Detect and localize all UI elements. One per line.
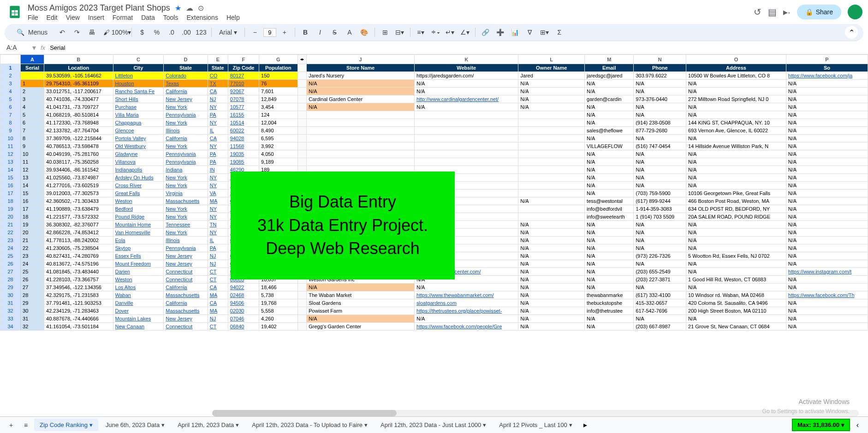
- cell[interactable]: NY: [208, 182, 228, 190]
- cell[interactable]: N/A: [686, 80, 786, 88]
- cell[interactable]: VA: [208, 190, 228, 197]
- cell[interactable]: 1 (914) 703 5509: [634, 213, 686, 221]
- cell[interactable]: [307, 158, 415, 166]
- cell[interactable]: N/A: [786, 174, 868, 182]
- cell[interactable]: PA: [208, 244, 228, 252]
- cell[interactable]: Pennsylvania: [164, 158, 208, 166]
- cell[interactable]: NY: [208, 174, 228, 182]
- cell[interactable]: [518, 158, 585, 166]
- cell[interactable]: 41.277016, -73.602519: [44, 182, 113, 190]
- cell[interactable]: 19: [21, 221, 44, 229]
- cell[interactable]: New York: [164, 174, 208, 182]
- cell[interactable]: N/A: [786, 197, 868, 205]
- cell[interactable]: N/A: [307, 103, 415, 111]
- cell[interactable]: 37.791481, -121.903253: [44, 299, 113, 307]
- cell[interactable]: [518, 119, 585, 127]
- cell[interactable]: Short Hills: [113, 95, 164, 103]
- cell[interactable]: 9: [21, 142, 44, 150]
- cell[interactable]: 3,992: [259, 142, 297, 150]
- menu-extensions[interactable]: Extensions: [186, 14, 218, 21]
- comment-icon[interactable]: ▤: [768, 6, 777, 18]
- row-header[interactable]: 6: [0, 103, 21, 111]
- cell[interactable]: garden@cardin: [585, 95, 634, 103]
- cell[interactable]: 21: [21, 237, 44, 244]
- cell[interactable]: New York: [164, 103, 208, 111]
- cell[interactable]: (703) 759-5900: [634, 190, 686, 197]
- cell[interactable]: N/A: [786, 323, 868, 331]
- wrap-button[interactable]: ↵▾: [444, 26, 457, 39]
- decrease-size-button[interactable]: −: [249, 26, 262, 39]
- cell[interactable]: 76: [259, 80, 297, 88]
- col-header[interactable]: P: [786, 55, 868, 64]
- cell[interactable]: N/A: [786, 158, 868, 166]
- row-header[interactable]: 3: [0, 80, 21, 88]
- cell[interactable]: Jared: [518, 72, 585, 80]
- col-header[interactable]: E: [208, 55, 228, 64]
- link-button[interactable]: 🔗: [479, 26, 492, 39]
- cell[interactable]: California: [164, 284, 208, 291]
- cell[interactable]: [518, 127, 585, 135]
- col-header[interactable]: K: [415, 55, 518, 64]
- cell[interactable]: (203) 227-3871: [634, 276, 686, 284]
- cell[interactable]: N/A: [585, 158, 634, 166]
- cell[interactable]: N/A: [686, 244, 786, 252]
- cell[interactable]: 21 Grove St, New Canaan, CT 0684: [686, 323, 786, 331]
- cell[interactable]: https://jaredsgarden.com/: [415, 72, 518, 80]
- cell[interactable]: N/A: [686, 111, 786, 119]
- cell[interactable]: Sloat Gardens: [307, 299, 415, 307]
- borders-button[interactable]: ⊞: [379, 26, 392, 39]
- cell[interactable]: New York: [164, 229, 208, 237]
- cell[interactable]: Powisset Farm: [307, 307, 415, 315]
- increase-size-button[interactable]: +: [278, 26, 291, 39]
- cell[interactable]: PA: [208, 150, 228, 158]
- cell[interactable]: [415, 142, 518, 150]
- cell[interactable]: Massachusetts: [164, 291, 208, 299]
- cell[interactable]: Weston: [113, 197, 164, 205]
- row-header[interactable]: 1: [0, 64, 21, 72]
- col-header[interactable]: C: [113, 55, 164, 64]
- cell[interactable]: 41.025560, -73.874987: [44, 174, 113, 182]
- cell[interactable]: N/A: [518, 260, 585, 268]
- cell[interactable]: 25: [21, 268, 44, 276]
- row-header[interactable]: 14: [0, 166, 21, 174]
- cell[interactable]: 94022: [228, 284, 259, 291]
- cell[interactable]: 19,402: [259, 323, 297, 331]
- cell[interactable]: 39.530599, -105.164662: [44, 72, 113, 80]
- menu-edit[interactable]: Edit: [47, 14, 58, 21]
- cell[interactable]: 41.172330, -73.768948: [44, 119, 113, 127]
- cell[interactable]: N/A: [415, 284, 518, 291]
- star-icon[interactable]: ★: [175, 4, 181, 12]
- row-header[interactable]: 2: [0, 72, 21, 80]
- cell[interactable]: 877-729-2680: [634, 127, 686, 135]
- menu-view[interactable]: View: [66, 14, 80, 21]
- cell[interactable]: 1 Good Hill Rd, Weston, CT 06883: [686, 276, 786, 284]
- cell[interactable]: Colorado: [164, 72, 208, 80]
- cell[interactable]: 8: [21, 135, 44, 142]
- cell[interactable]: 617-542-7696: [634, 307, 686, 315]
- cell[interactable]: NY: [208, 119, 228, 127]
- cell[interactable]: N/A: [518, 315, 585, 323]
- cell[interactable]: [21, 72, 44, 80]
- cell[interactable]: PA: [208, 158, 228, 166]
- menu-data[interactable]: Data: [141, 14, 155, 21]
- cell[interactable]: 7,601: [259, 88, 297, 95]
- cell[interactable]: N/A: [686, 315, 786, 323]
- cell[interactable]: 12,004: [259, 119, 297, 127]
- sheet-tab[interactable]: June 6th, 2023 Data ▾: [100, 419, 170, 431]
- cell[interactable]: 8,490: [259, 127, 297, 135]
- sheet-tab[interactable]: April 12th, 2023 Data - Just Last 1000 ▾: [375, 419, 492, 431]
- row-header[interactable]: 4: [0, 88, 21, 95]
- cell[interactable]: N/A: [686, 221, 786, 229]
- cell[interactable]: N/A: [585, 166, 634, 174]
- cell[interactable]: Old Westbury: [113, 142, 164, 150]
- cell[interactable]: (516) 747-0454: [634, 142, 686, 150]
- cell[interactable]: (203) 655-2549: [634, 268, 686, 276]
- cell[interactable]: Massachusetts: [164, 307, 208, 315]
- all-sheets-button[interactable]: ≡: [19, 419, 32, 432]
- cell[interactable]: N/A: [634, 80, 686, 88]
- cell[interactable]: N/A: [634, 221, 686, 229]
- cell[interactable]: N/A: [634, 315, 686, 323]
- row-header[interactable]: 13: [0, 158, 21, 166]
- cell[interactable]: 466 Boston Post Road, Weston, MA: [686, 197, 786, 205]
- cell[interactable]: 10: [21, 150, 44, 158]
